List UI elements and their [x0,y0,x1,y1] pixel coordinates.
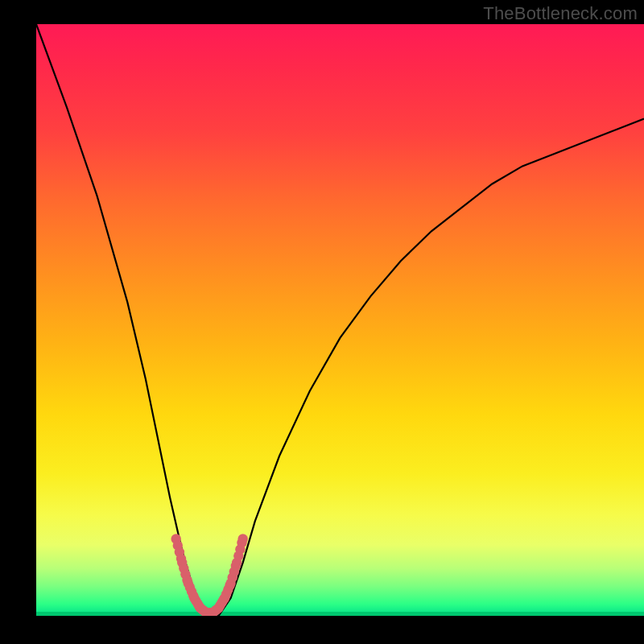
watermark-text: TheBottleneck.com [483,3,638,24]
chart-frame: TheBottleneck.com [0,0,644,644]
svg-point-44 [238,534,248,543]
bottleneck-curve [36,24,644,616]
